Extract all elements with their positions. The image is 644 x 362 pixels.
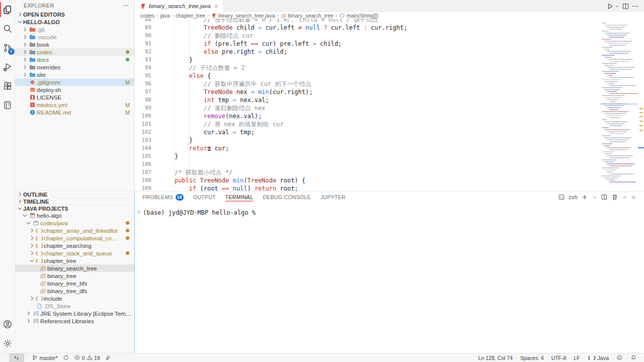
tree-item-binary-tree-bfs[interactable]: binary_tree_bfs: [15, 280, 134, 287]
tree-item-chapter-computational-complexity[interactable]: { }chapter_computational_complexity: [15, 234, 134, 242]
tree-item-book[interactable]: book: [15, 41, 134, 48]
tree-item-git[interactable]: .git: [15, 26, 134, 33]
code-line-91[interactable]: 91 if (pre.left == cur) pre.left = child…: [135, 40, 599, 48]
section-root-folder[interactable]: HELLO-ALGO: [15, 18, 134, 26]
split-editor-icon[interactable]: [622, 3, 629, 10]
code-line-100[interactable]: 100 remove(nex.val);: [135, 112, 599, 120]
run-dropdown-icon[interactable]: [614, 4, 620, 9]
breadcrumb-codes[interactable]: codes: [140, 13, 154, 19]
notifications[interactable]: [628, 354, 639, 361]
cursor-position[interactable]: Ln 128, Col 74: [476, 355, 515, 361]
tree-item-docs[interactable]: docs: [15, 56, 134, 63]
tree-item-include[interactable]: { }include: [15, 295, 134, 302]
breadcrumb-java[interactable]: java: [160, 13, 170, 19]
tree-item-hello-algo[interactable]: hello-algo: [15, 212, 134, 219]
section-java-projects[interactable]: JAVA PROJECTS: [15, 205, 134, 212]
breadcrumb-chapter-tree[interactable]: chapter_tree: [176, 13, 205, 19]
terminal-dropdown-icon[interactable]: [592, 195, 597, 200]
tree-item-ds-store[interactable]: .DS_Store: [15, 302, 134, 310]
eol[interactable]: LF: [571, 355, 582, 361]
tree-item-mkdocs-yml[interactable]: mkdocs.ymlM: [15, 101, 134, 109]
tree-item-readme-md[interactable]: README.mdM: [15, 109, 134, 116]
code-line-90[interactable]: 90 // 删除结点 cur: [135, 32, 599, 40]
panel-sidebar-sash[interactable]: [134, 191, 135, 353]
section-open-editors[interactable]: OPEN EDITORS: [15, 11, 134, 18]
tab-problems[interactable]: PROBLEMS 19: [142, 192, 184, 203]
tree-item-binary-tree[interactable]: binary_tree: [15, 272, 134, 280]
explorer-more-actions-icon[interactable]: [122, 2, 129, 9]
tab-jupyter[interactable]: JUPYTER: [320, 192, 346, 203]
tree-item-vscode[interactable]: .vscode: [15, 33, 134, 41]
code-line-89[interactable]: 89 TreeNode child = cur.left ≠ null ? cu…: [135, 24, 599, 32]
code-line-102[interactable]: 102 cur.val = tmp;: [135, 128, 599, 136]
tree-item-gitignore[interactable]: .gitignoreM: [15, 78, 134, 86]
close-icon[interactable]: [213, 4, 219, 9]
code-line-95[interactable]: 95 else {: [135, 72, 599, 80]
tree-item-binary-tree-dfs[interactable]: binary_tree_dfs: [15, 287, 134, 295]
tree-item-binary-search-tree[interactable]: binary_search_tree: [15, 264, 134, 272]
activity-account[interactable]: [0, 315, 15, 334]
code-line-97[interactable]: 97 TreeNode nex = min(cur.right);: [135, 88, 599, 96]
code-line-106[interactable]: 106: [135, 160, 599, 168]
code-line-107[interactable]: 107 /* 获取最小结点 */: [135, 168, 599, 176]
code-line-99[interactable]: 99 // 递归删除结点 nex: [135, 104, 599, 112]
remote-indicator[interactable]: [9, 353, 24, 362]
code-line-108[interactable]: 108 public TreeNode min(TreeNode root) {: [135, 176, 599, 185]
breadcrumb-binary-search-tree-java[interactable]: binary_search_tree.java: [211, 13, 275, 19]
breadcrumb-main-string[interactable]: main(String[]): [339, 13, 378, 19]
tree-item-codes-java[interactable]: codes/java: [15, 219, 134, 227]
code-line-96[interactable]: 96 // 获取中序遍历中 cur 的下一个结点: [135, 80, 599, 88]
code-line-109[interactable]: 109 if (root == null) return root;: [135, 185, 599, 191]
code-line-105[interactable]: 105 }: [135, 152, 599, 160]
minimap[interactable]: [600, 19, 638, 191]
overview-ruler[interactable]: [638, 19, 644, 191]
code-line-104[interactable]: 104 return cur;: [135, 144, 599, 152]
activity-explorer[interactable]: [0, 0, 15, 19]
more-actions-icon[interactable]: [631, 3, 639, 10]
launch-profile-icon[interactable]: [558, 194, 565, 201]
terminal-content[interactable]: (base) jyd@JYD-MBP hello-algo %: [135, 203, 644, 216]
tree-item-codes[interactable]: codes: [15, 48, 134, 56]
tab-output[interactable]: OUTPUT: [193, 192, 216, 203]
code-line-98[interactable]: 98 int tmp = nex.val;: [135, 96, 599, 104]
tree-item-chapter-searching[interactable]: { }chapter_searching: [15, 242, 134, 249]
sync-status[interactable]: [60, 354, 72, 361]
tree-item-overrides[interactable]: overrides: [15, 63, 134, 71]
feedback[interactable]: [614, 354, 625, 361]
code-line-101[interactable]: 101 // 将 nex 的值复制给 cur: [135, 120, 599, 128]
tree-item-referenced-libraries[interactable]: Referenced Libraries: [15, 317, 134, 325]
split-terminal-icon[interactable]: [601, 194, 608, 201]
activity-source-control[interactable]: 7: [0, 38, 15, 57]
tree-item-site[interactable]: site: [15, 71, 134, 78]
indentation[interactable]: Spaces: 4: [518, 355, 546, 361]
activity-notebook[interactable]: [0, 96, 15, 115]
tab-debug-console[interactable]: DEBUG CONSOLE: [263, 192, 311, 203]
git-branch-status[interactable]: master*: [29, 354, 60, 361]
code-line-94[interactable]: 94 // 子结点数量 = 2: [135, 64, 599, 72]
maximize-panel-icon[interactable]: [622, 195, 627, 200]
tree-item-chapter-array-and-linkedlist[interactable]: { }chapter_array_and_linkedlist: [15, 227, 134, 234]
tree-item-deploy-sh[interactable]: deploy.sh: [15, 86, 134, 94]
code-line-88[interactable]: 88 // 当子结点数量 = 0 / 1 时， child = null / 该…: [135, 19, 599, 24]
section-outline[interactable]: OUTLINE: [15, 191, 134, 198]
tree-item-license[interactable]: LICENSE: [15, 94, 134, 101]
code-line-103[interactable]: 103 }: [135, 136, 599, 144]
activity-run-debug[interactable]: [0, 57, 15, 76]
activity-search[interactable]: [0, 19, 15, 38]
code-line-93[interactable]: 93 }: [135, 56, 599, 64]
section-timeline[interactable]: TIMELINE: [15, 198, 134, 205]
tree-item-jre-system-library-eclipse-temurin-17-17[interactable]: JRE System Library [Eclipse Temurin 17 […: [15, 310, 134, 317]
tree-item-chapter-stack-and-queue[interactable]: { }chapter_stack_and_queue: [15, 249, 134, 257]
run-java-icon[interactable]: [606, 3, 614, 10]
kill-terminal-icon[interactable]: [611, 194, 618, 201]
tab-terminal[interactable]: TERMINAL: [225, 192, 254, 203]
problems-status[interactable]: 0 19: [71, 354, 103, 361]
language-mode[interactable]: { } Java: [585, 355, 611, 361]
code-editor[interactable]: 88 // 当子结点数量 = 0 / 1 时， child = null / 该…: [135, 19, 644, 191]
activity-extensions[interactable]: [0, 76, 15, 96]
new-terminal-icon[interactable]: [581, 194, 588, 201]
tab-binary-search-tree[interactable]: binary_search_tree.java: [135, 0, 224, 12]
tree-item-chapter-tree[interactable]: { }chapter_tree: [15, 257, 134, 264]
encoding[interactable]: UTF-8: [549, 355, 569, 361]
close-panel-icon[interactable]: [631, 195, 636, 200]
